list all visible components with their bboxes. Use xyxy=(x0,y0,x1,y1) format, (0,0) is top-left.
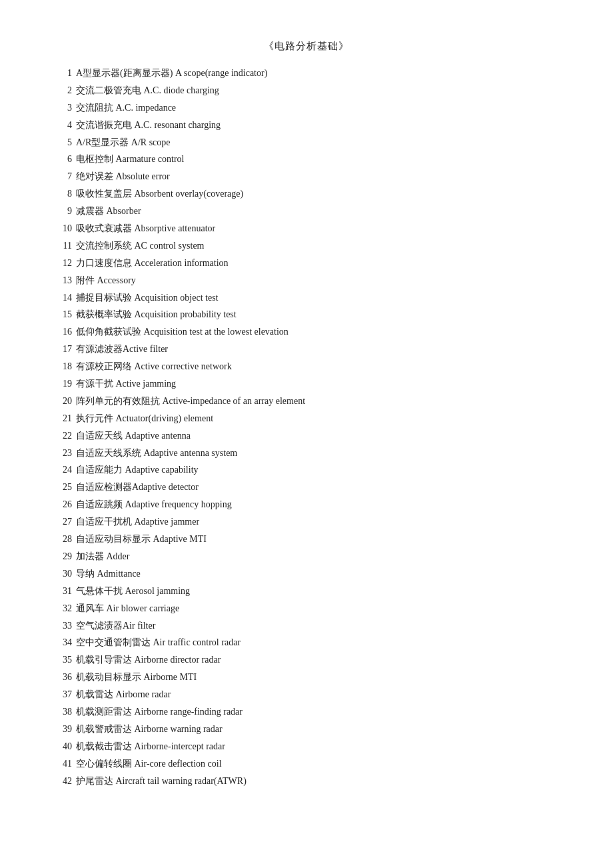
entry-text: 交流二极管充电 A.C. diode charging xyxy=(76,82,560,99)
list-item: 29加法器 Adder xyxy=(53,548,560,565)
entry-number: 20 xyxy=(53,393,72,410)
list-item: 11交流控制系统 AC control system xyxy=(53,237,560,255)
entry-number: 41 xyxy=(53,755,72,773)
entry-number: 14 xyxy=(53,289,72,307)
entry-number: 30 xyxy=(53,565,72,583)
entry-number: 11 xyxy=(53,237,72,255)
list-item: 24自适应能力 Adaptive capability xyxy=(53,461,560,479)
list-item: 8吸收性复盖层 Absorbent overlay(coverage) xyxy=(53,185,560,203)
entry-text: 机载动目标显示 Airborne MTI xyxy=(76,669,560,686)
entry-text: 机载测距雷达 Airborne range-finding radar xyxy=(76,703,560,721)
entry-number: 28 xyxy=(53,531,72,548)
entry-number: 25 xyxy=(53,479,72,496)
entry-text: 绝对误差 Absolute error xyxy=(76,168,560,185)
list-item: 42护尾雷达 Aircraft tail warning radar(ATWR) xyxy=(53,773,560,790)
entry-text: 机载警戒雷达 Airborne warning radar xyxy=(76,721,560,738)
entry-text: A型显示器(距离显示器) A scope(range indicator) xyxy=(76,65,560,82)
list-item: 12力口速度信息 Acceleration information xyxy=(53,255,560,272)
entry-text: 吸收式衰减器 Absorptive attenuator xyxy=(76,220,560,237)
entry-number: 42 xyxy=(53,773,72,790)
list-item: 25自适应检测器Adaptive detector xyxy=(53,479,560,496)
entry-number: 32 xyxy=(53,600,72,617)
list-item: 37机载雷达 Airborne radar xyxy=(53,686,560,703)
entry-number: 13 xyxy=(53,272,72,289)
entry-text: 力口速度信息 Acceleration information xyxy=(76,255,560,272)
entry-text: 自适应天线系统 Adaptive antenna system xyxy=(76,445,560,462)
list-item: 22自适应天线 Adaptive antenna xyxy=(53,427,560,445)
entry-text: 吸收性复盖层 Absorbent overlay(coverage) xyxy=(76,185,560,203)
entry-number: 10 xyxy=(53,220,72,237)
list-item: 14捕捉目标试验 Acquisition object test xyxy=(53,289,560,307)
entry-text: 自适应跳频 Adaptive frequency hopping xyxy=(76,496,560,513)
list-item: 3交流阻抗 A.C. impedance xyxy=(53,99,560,117)
list-item: 17有源滤波器Active filter xyxy=(53,341,560,358)
list-item: 20阵列单元的有效阻抗 Active-impedance of an array… xyxy=(53,393,560,410)
entry-text: 自适应检测器Adaptive detector xyxy=(76,479,560,496)
entry-number: 39 xyxy=(53,721,72,738)
entry-text: 机载雷达 Airborne radar xyxy=(76,686,560,703)
entry-number: 33 xyxy=(53,617,72,635)
entry-number: 16 xyxy=(53,323,72,341)
entry-number: 21 xyxy=(53,410,72,427)
entry-text: 执行元件 Actuator(driving) element xyxy=(76,410,560,427)
list-item: 4交流谐振充电 A.C. resonant charging xyxy=(53,117,560,134)
entry-number: 15 xyxy=(53,306,72,323)
list-item: 31气悬体干扰 Aerosol jamming xyxy=(53,583,560,600)
entry-text: 自适应动目标显示 Adaptive MTI xyxy=(76,531,560,548)
list-item: 7绝对误差 Absolute error xyxy=(53,168,560,185)
entry-number: 38 xyxy=(53,703,72,721)
entry-text: 空中交通管制雷达 Air traffic control radar xyxy=(76,634,560,651)
list-item: 16低仰角截获试验 Acquisition test at the lowest… xyxy=(53,323,560,341)
entry-number: 23 xyxy=(53,445,72,462)
list-item: 35机载引导雷达 Airborne director radar xyxy=(53,651,560,669)
entry-text: 电枢控制 Aarmature control xyxy=(76,151,560,168)
entry-text: 自适应干扰机 Adaptive jammer xyxy=(76,513,560,531)
entry-number: 6 xyxy=(53,151,72,168)
entry-number: 40 xyxy=(53,738,72,755)
list-item: 5A/R型显示器 A/R scope xyxy=(53,134,560,151)
entry-number: 9 xyxy=(53,203,72,220)
entry-number: 5 xyxy=(53,134,72,151)
entry-number: 35 xyxy=(53,651,72,669)
list-item: 10吸收式衰减器 Absorptive attenuator xyxy=(53,220,560,237)
list-item: 27自适应干扰机 Adaptive jammer xyxy=(53,513,560,531)
entry-number: 2 xyxy=(53,82,72,99)
entry-number: 1 xyxy=(53,65,72,82)
entry-number: 4 xyxy=(53,117,72,134)
entry-text: 机载引导雷达 Airborne director radar xyxy=(76,651,560,669)
entry-number: 8 xyxy=(53,185,72,203)
list-item: 28自适应动目标显示 Adaptive MTI xyxy=(53,531,560,548)
entry-number: 31 xyxy=(53,583,72,600)
entry-number: 12 xyxy=(53,255,72,272)
list-item: 38机载测距雷达 Airborne range-finding radar xyxy=(53,703,560,721)
entry-number: 22 xyxy=(53,427,72,445)
list-item: 18有源校正网络 Active corrective network xyxy=(53,358,560,375)
list-item: 23自适应天线系统 Adaptive antenna system xyxy=(53,445,560,462)
entry-text: 空气滤渍器Air filter xyxy=(76,617,560,635)
entry-number: 17 xyxy=(53,341,72,358)
list-item: 34空中交通管制雷达 Air traffic control radar xyxy=(53,634,560,651)
entry-text: A/R型显示器 A/R scope xyxy=(76,134,560,151)
list-item: 39机载警戒雷达 Airborne warning radar xyxy=(53,721,560,738)
entry-text: 导纳 Admittance xyxy=(76,565,560,583)
entry-text: 有源滤波器Active filter xyxy=(76,341,560,358)
entry-text: 交流控制系统 AC control system xyxy=(76,237,560,255)
entry-text: 护尾雷达 Aircraft tail warning radar(ATWR) xyxy=(76,773,560,790)
entry-text: 有源干扰 Active jamming xyxy=(76,375,560,393)
list-item: 6电枢控制 Aarmature control xyxy=(53,151,560,168)
entry-number: 37 xyxy=(53,686,72,703)
list-item: 15截获概率试验 Acquisition probability test xyxy=(53,306,560,323)
entry-number: 27 xyxy=(53,513,72,531)
list-item: 26自适应跳频 Adaptive frequency hopping xyxy=(53,496,560,513)
list-item: 13附件 Accessory xyxy=(53,272,560,289)
entry-text: 气悬体干扰 Aerosol jamming xyxy=(76,583,560,600)
entry-number: 36 xyxy=(53,669,72,686)
entry-text: 自适应天线 Adaptive antenna xyxy=(76,427,560,445)
entry-text: 减震器 Absorber xyxy=(76,203,560,220)
entry-text: 截获概率试验 Acquisition probability test xyxy=(76,306,560,323)
entry-number: 7 xyxy=(53,168,72,185)
list-item: 36机载动目标显示 Airborne MTI xyxy=(53,669,560,686)
entry-number: 19 xyxy=(53,375,72,393)
entry-text: 交流谐振充电 A.C. resonant charging xyxy=(76,117,560,134)
entry-text: 交流阻抗 A.C. impedance xyxy=(76,99,560,117)
